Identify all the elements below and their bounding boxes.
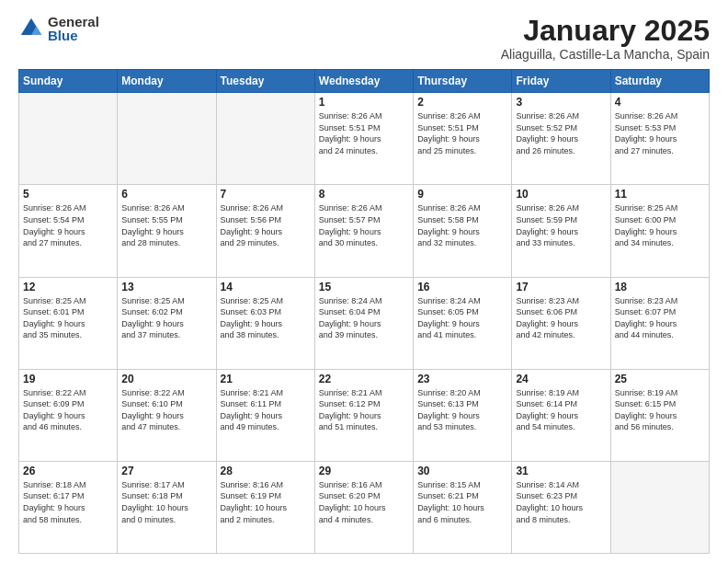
day-number: 16 <box>417 281 507 293</box>
table-row: 4Sunrise: 8:26 AM Sunset: 5:53 PM Daylig… <box>610 93 709 185</box>
day-info: Sunrise: 8:23 AM Sunset: 6:06 PM Dayligh… <box>516 295 606 341</box>
day-number: 31 <box>516 465 606 477</box>
table-row: 10Sunrise: 8:26 AM Sunset: 5:59 PM Dayli… <box>512 185 610 277</box>
day-number: 25 <box>615 373 705 385</box>
day-info: Sunrise: 8:26 AM Sunset: 5:57 PM Dayligh… <box>319 202 409 248</box>
table-row: 8Sunrise: 8:26 AM Sunset: 5:57 PM Daylig… <box>314 185 413 277</box>
calendar-week-row: 1Sunrise: 8:26 AM Sunset: 5:51 PM Daylig… <box>19 93 710 185</box>
day-info: Sunrise: 8:17 AM Sunset: 6:18 PM Dayligh… <box>121 479 211 525</box>
table-row <box>216 93 314 185</box>
table-row <box>610 461 709 553</box>
day-number: 26 <box>23 465 113 477</box>
table-row: 26Sunrise: 8:18 AM Sunset: 6:17 PM Dayli… <box>19 461 118 553</box>
header-saturday: Saturday <box>610 70 709 93</box>
day-info: Sunrise: 8:25 AM Sunset: 6:02 PM Dayligh… <box>121 295 211 341</box>
day-info: Sunrise: 8:19 AM Sunset: 6:15 PM Dayligh… <box>615 387 705 433</box>
table-row: 27Sunrise: 8:17 AM Sunset: 6:18 PM Dayli… <box>118 461 216 553</box>
day-number: 12 <box>23 281 113 293</box>
table-row <box>19 93 118 185</box>
day-info: Sunrise: 8:19 AM Sunset: 6:14 PM Dayligh… <box>516 387 606 433</box>
calendar-week-row: 19Sunrise: 8:22 AM Sunset: 6:09 PM Dayli… <box>19 369 710 461</box>
logo: General Blue <box>18 15 99 42</box>
calendar-week-row: 5Sunrise: 8:26 AM Sunset: 5:54 PM Daylig… <box>19 185 710 277</box>
table-row: 12Sunrise: 8:25 AM Sunset: 6:01 PM Dayli… <box>19 277 118 369</box>
day-number: 5 <box>23 188 113 201</box>
day-number: 28 <box>221 465 311 477</box>
day-number: 29 <box>319 465 409 477</box>
table-row: 20Sunrise: 8:22 AM Sunset: 6:10 PM Dayli… <box>118 369 216 461</box>
day-info: Sunrise: 8:24 AM Sunset: 6:04 PM Dayligh… <box>319 295 409 341</box>
table-row: 14Sunrise: 8:25 AM Sunset: 6:03 PM Dayli… <box>216 277 314 369</box>
title-block: January 2025 Aliaguilla, Castille-La Man… <box>501 15 710 62</box>
table-row: 16Sunrise: 8:24 AM Sunset: 6:05 PM Dayli… <box>414 277 512 369</box>
calendar-week-row: 12Sunrise: 8:25 AM Sunset: 6:01 PM Dayli… <box>19 277 710 369</box>
table-row: 5Sunrise: 8:26 AM Sunset: 5:54 PM Daylig… <box>19 185 118 277</box>
header-thursday: Thursday <box>414 70 512 93</box>
day-info: Sunrise: 8:21 AM Sunset: 6:11 PM Dayligh… <box>221 387 311 433</box>
calendar-title: January 2025 <box>501 15 710 47</box>
day-number: 21 <box>221 373 311 385</box>
day-number: 3 <box>516 96 606 109</box>
day-number: 10 <box>516 188 606 201</box>
day-info: Sunrise: 8:15 AM Sunset: 6:21 PM Dayligh… <box>417 479 507 525</box>
table-row: 23Sunrise: 8:20 AM Sunset: 6:13 PM Dayli… <box>414 369 512 461</box>
table-row: 30Sunrise: 8:15 AM Sunset: 6:21 PM Dayli… <box>414 461 512 553</box>
logo-general-text: General <box>48 15 99 29</box>
day-number: 15 <box>319 281 409 293</box>
day-info: Sunrise: 8:26 AM Sunset: 5:54 PM Dayligh… <box>23 202 113 248</box>
table-row: 15Sunrise: 8:24 AM Sunset: 6:04 PM Dayli… <box>314 277 413 369</box>
day-info: Sunrise: 8:14 AM Sunset: 6:23 PM Dayligh… <box>516 479 606 525</box>
day-number: 2 <box>417 96 507 109</box>
logo-text: General Blue <box>48 15 99 42</box>
header-wednesday: Wednesday <box>314 70 413 93</box>
day-number: 23 <box>417 373 507 385</box>
day-number: 11 <box>615 188 705 201</box>
day-info: Sunrise: 8:20 AM Sunset: 6:13 PM Dayligh… <box>417 387 507 433</box>
day-info: Sunrise: 8:25 AM Sunset: 6:01 PM Dayligh… <box>23 295 113 341</box>
table-row: 6Sunrise: 8:26 AM Sunset: 5:55 PM Daylig… <box>118 185 216 277</box>
day-number: 22 <box>319 373 409 385</box>
header-monday: Monday <box>118 70 216 93</box>
header-sunday: Sunday <box>19 70 118 93</box>
table-row: 17Sunrise: 8:23 AM Sunset: 6:06 PM Dayli… <box>512 277 610 369</box>
day-info: Sunrise: 8:26 AM Sunset: 5:51 PM Dayligh… <box>319 110 409 156</box>
table-row <box>118 93 216 185</box>
day-info: Sunrise: 8:26 AM Sunset: 5:51 PM Dayligh… <box>417 110 507 156</box>
day-info: Sunrise: 8:26 AM Sunset: 5:59 PM Dayligh… <box>516 202 606 248</box>
table-row: 2Sunrise: 8:26 AM Sunset: 5:51 PM Daylig… <box>414 93 512 185</box>
table-row: 22Sunrise: 8:21 AM Sunset: 6:12 PM Dayli… <box>314 369 413 461</box>
page: General Blue January 2025 Aliaguilla, Ca… <box>0 0 728 563</box>
table-row: 28Sunrise: 8:16 AM Sunset: 6:19 PM Dayli… <box>216 461 314 553</box>
table-row: 18Sunrise: 8:23 AM Sunset: 6:07 PM Dayli… <box>610 277 709 369</box>
day-info: Sunrise: 8:26 AM Sunset: 5:55 PM Dayligh… <box>121 202 211 248</box>
table-row: 11Sunrise: 8:25 AM Sunset: 6:00 PM Dayli… <box>610 185 709 277</box>
day-info: Sunrise: 8:16 AM Sunset: 6:19 PM Dayligh… <box>221 479 311 525</box>
day-number: 20 <box>121 373 211 385</box>
day-info: Sunrise: 8:23 AM Sunset: 6:07 PM Dayligh… <box>615 295 705 341</box>
day-info: Sunrise: 8:26 AM Sunset: 5:53 PM Dayligh… <box>615 110 705 156</box>
day-number: 14 <box>221 281 311 293</box>
table-row: 31Sunrise: 8:14 AM Sunset: 6:23 PM Dayli… <box>512 461 610 553</box>
table-row: 19Sunrise: 8:22 AM Sunset: 6:09 PM Dayli… <box>19 369 118 461</box>
day-info: Sunrise: 8:26 AM Sunset: 5:58 PM Dayligh… <box>417 202 507 248</box>
table-row: 3Sunrise: 8:26 AM Sunset: 5:52 PM Daylig… <box>512 93 610 185</box>
table-row: 13Sunrise: 8:25 AM Sunset: 6:02 PM Dayli… <box>118 277 216 369</box>
day-number: 4 <box>615 96 705 109</box>
day-number: 7 <box>221 188 311 201</box>
table-row: 21Sunrise: 8:21 AM Sunset: 6:11 PM Dayli… <box>216 369 314 461</box>
day-number: 13 <box>121 281 211 293</box>
day-info: Sunrise: 8:16 AM Sunset: 6:20 PM Dayligh… <box>319 479 409 525</box>
table-row: 24Sunrise: 8:19 AM Sunset: 6:14 PM Dayli… <box>512 369 610 461</box>
header: General Blue January 2025 Aliaguilla, Ca… <box>18 15 710 62</box>
day-number: 18 <box>615 281 705 293</box>
day-info: Sunrise: 8:22 AM Sunset: 6:10 PM Dayligh… <box>121 387 211 433</box>
day-number: 19 <box>23 373 113 385</box>
day-number: 6 <box>121 188 211 201</box>
table-row: 1Sunrise: 8:26 AM Sunset: 5:51 PM Daylig… <box>314 93 413 185</box>
day-info: Sunrise: 8:22 AM Sunset: 6:09 PM Dayligh… <box>23 387 113 433</box>
day-number: 1 <box>319 96 409 109</box>
logo-blue-text: Blue <box>48 29 99 42</box>
day-number: 17 <box>516 281 606 293</box>
day-number: 8 <box>319 188 409 201</box>
calendar-week-row: 26Sunrise: 8:18 AM Sunset: 6:17 PM Dayli… <box>19 461 710 553</box>
